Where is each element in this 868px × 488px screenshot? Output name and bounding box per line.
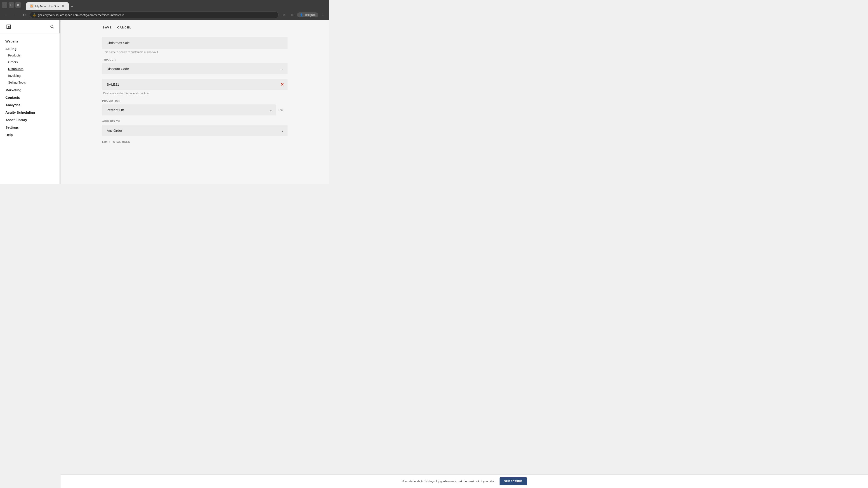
back-button[interactable]: ←	[3, 11, 9, 18]
name-hint: This name is shown to customers at check…	[102, 49, 287, 54]
sidebar-item-help[interactable]: Help	[0, 131, 60, 138]
trigger-select[interactable]: Discount Code Automatic	[102, 63, 287, 74]
applies-to-select[interactable]: Any Order Specific Products Specific Cat…	[102, 125, 287, 136]
code-hint: Customers enter this code at checkout.	[102, 90, 287, 95]
sidebar-top	[0, 20, 60, 33]
window-controls: ─ □ ✕	[2, 2, 21, 8]
promotion-label: PROMOTION	[102, 99, 287, 102]
lock-icon: 🔒	[33, 13, 36, 17]
promotion-section: PROMOTION Percent Off Fixed Amount Off F…	[102, 99, 287, 116]
squarespace-logo[interactable]	[4, 23, 13, 31]
sidebar: Website Selling Products Orders Discount…	[0, 20, 61, 184]
restore-button[interactable]: □	[8, 2, 14, 8]
percent-display: 0%	[278, 108, 287, 112]
sidebar-nav: Website Selling Products Orders Discount…	[0, 33, 60, 184]
content-area: SAVE CANCEL This name is shown to custom…	[93, 20, 297, 170]
close-button[interactable]: ✕	[16, 2, 21, 8]
sidebar-item-acuity[interactable]: Acuity Scheduling	[0, 108, 60, 116]
sidebar-scrollbar	[59, 20, 60, 184]
sidebar-item-orders[interactable]: Orders	[0, 59, 60, 66]
trigger-label: TRIGGER	[102, 58, 287, 61]
tab-strip: 🎨 My Mood Joy One ✕ +	[24, 0, 75, 10]
incognito-icon: 👤	[300, 13, 303, 17]
sidebar-scroll-thumb	[59, 20, 60, 33]
bookmark-button[interactable]: ☆	[281, 11, 287, 18]
sidebar-item-products[interactable]: Products	[0, 52, 60, 59]
promotion-row: Percent Off Fixed Amount Off Free Shippi…	[102, 104, 287, 116]
applies-to-section: APPLIES TO Any Order Specific Products S…	[102, 120, 287, 136]
applies-to-label: APPLIES TO	[102, 120, 287, 123]
url-text: gar-chrysalis.squarespace.com/config/com…	[38, 13, 124, 17]
sidebar-item-selling[interactable]: Selling	[0, 44, 60, 52]
search-button[interactable]	[49, 23, 56, 30]
title-bar: ─ □ ✕ 🎨 My Mood Joy One ✕ +	[0, 0, 329, 10]
incognito-label: Incognito	[305, 13, 315, 17]
tab-favicon: 🎨	[30, 4, 33, 8]
sidebar-item-invoicing[interactable]: Invoicing	[0, 72, 60, 79]
sidebar-item-analytics[interactable]: Analytics	[0, 101, 60, 108]
minimize-button[interactable]: ─	[2, 2, 7, 8]
new-tab-button[interactable]: +	[69, 3, 75, 10]
sidebar-item-selling-tools[interactable]: Selling Tools	[0, 79, 60, 86]
main-content: SAVE CANCEL This name is shown to custom…	[61, 20, 329, 184]
discount-code-input[interactable]	[102, 79, 287, 90]
trigger-section: TRIGGER Discount Code Automatic ⌄	[102, 58, 287, 74]
limit-uses-label: LIMIT TOTAL USES	[102, 140, 287, 143]
forward-button[interactable]: →	[12, 11, 19, 18]
active-tab[interactable]: 🎨 My Mood Joy One ✕	[26, 2, 69, 10]
app-layout: Website Selling Products Orders Discount…	[0, 20, 329, 184]
name-section: This name is shown to customers at check…	[102, 37, 287, 54]
sidebar-item-website[interactable]: Website	[0, 37, 60, 44]
code-input-wrapper: ✕	[102, 79, 287, 90]
sidebar-item-contacts[interactable]: Contacts	[0, 93, 60, 101]
code-section: ✕ Customers enter this code at checkout.	[102, 79, 287, 95]
nav-actions: ☆ ⊞ 👤 Incognito ⋮	[281, 11, 327, 18]
toolbar: SAVE CANCEL	[102, 24, 287, 31]
promotion-select[interactable]: Percent Off Fixed Amount Off Free Shippi…	[102, 104, 276, 116]
discount-name-input[interactable]	[102, 37, 287, 49]
address-bar[interactable]: 🔒 gar-chrysalis.squarespace.com/config/c…	[30, 11, 278, 18]
trigger-select-wrapper: Discount Code Automatic ⌄	[102, 63, 287, 74]
code-clear-button[interactable]: ✕	[281, 82, 284, 87]
browser-chrome: ─ □ ✕ 🎨 My Mood Joy One ✕ + ← → ↻ 🔒 gar-…	[0, 0, 329, 20]
applies-to-select-wrapper: Any Order Specific Products Specific Cat…	[102, 125, 287, 136]
cancel-button[interactable]: CANCEL	[117, 24, 132, 31]
incognito-button[interactable]: 👤 Incognito	[297, 12, 318, 18]
sidebar-item-settings[interactable]: Settings	[0, 123, 60, 131]
menu-button[interactable]: ⋮	[320, 11, 327, 18]
nav-bar: ← → ↻ 🔒 gar-chrysalis.squarespace.com/co…	[0, 10, 329, 20]
promotion-select-wrapper: Percent Off Fixed Amount Off Free Shippi…	[102, 104, 276, 116]
tab-title: My Mood Joy One	[35, 4, 59, 8]
limit-uses-section: LIMIT TOTAL USES	[102, 140, 287, 143]
extensions-button[interactable]: ⊞	[289, 11, 296, 18]
tab-close-button[interactable]: ✕	[61, 4, 65, 8]
sidebar-item-discounts[interactable]: Discounts	[0, 66, 60, 72]
save-button[interactable]: SAVE	[102, 24, 112, 31]
reload-button[interactable]: ↻	[21, 11, 28, 18]
sidebar-item-marketing[interactable]: Marketing	[0, 86, 60, 93]
sidebar-item-asset-library[interactable]: Asset Library	[0, 116, 60, 123]
